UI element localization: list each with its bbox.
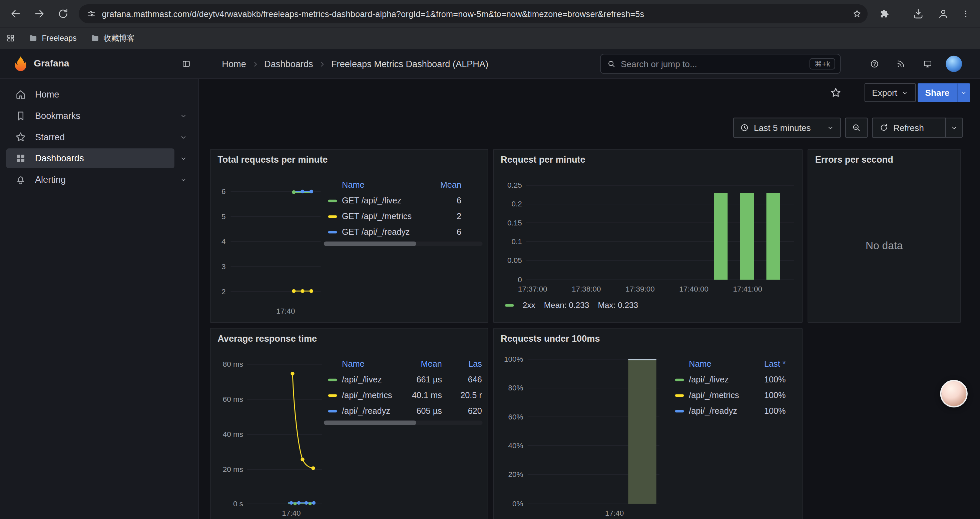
zoom-out-icon [852,123,861,132]
legend-header-row: Name Last * [671,356,798,372]
legend-col-name[interactable]: Name [342,180,364,190]
forward-button[interactable] [29,3,50,24]
chevron-right-icon [252,61,259,67]
legend-row: /api/_/metrics 40.1 ms 20.5 r [324,387,483,403]
browser-menu-button[interactable] [955,3,976,24]
kiosk-mode-button[interactable] [919,55,936,72]
legend-col-last[interactable]: Las [468,359,482,369]
url-text[interactable]: grafana.mathmast.com/d/deytv4rwavabkb/fr… [102,9,853,18]
refresh-interval-caret[interactable] [946,118,963,137]
sidebar-link-starred[interactable]: Starred [6,127,175,147]
series-last: 100% [764,406,786,415]
bookmark-folder[interactable]: 收藏博客 [91,33,135,43]
panel-avg-response-time: Average response time 80 ms 60 ms 40 ms … [210,328,488,519]
panel-request-per-minute: Request per minute 0.25 0.2 0.15 0.1 0.0… [493,149,803,323]
bar-chart[interactable] [527,356,661,508]
sidebar-item-label: Alerting [35,175,66,185]
browser-window: grafana.mathmast.com/d/deytv4rwavabkb/fr… [0,0,980,519]
folder-icon [91,34,99,42]
downloads-button[interactable] [908,3,929,24]
y-tick: 60% [495,412,523,421]
series-name[interactable]: /api/_/readyz [689,406,737,415]
refresh-button[interactable]: Refresh [872,118,946,137]
expand-chevron[interactable] [175,150,192,167]
dock-left-icon [182,59,191,68]
legend-col-mean[interactable]: Mean [440,180,461,190]
bookmark-star-icon[interactable] [853,10,861,18]
panel-title[interactable]: Average response time [218,334,317,344]
share-label: Share [925,88,950,97]
sidebar-item-label: Starred [35,132,65,142]
expand-chevron[interactable] [175,171,192,188]
panel-errors-per-second: Errors per second No data [808,149,961,323]
sidebar-link-dashboards[interactable]: Dashboards [6,148,175,168]
news-button[interactable] [892,55,909,72]
y-tick: 0.2 [495,200,522,208]
legend-table: Name Mean GET /api/_/livez 6 GET /api/_/… [324,177,483,246]
series-name[interactable]: /api/_/livez [689,375,729,385]
favorite-dashboard-button[interactable] [826,83,845,102]
share-menu-caret[interactable] [957,83,970,102]
panel-title[interactable]: Requests under 100ms [501,334,600,344]
dock-menu-toggle[interactable] [177,55,195,72]
legend-col-name[interactable]: Name [689,359,711,369]
url-bar[interactable]: grafana.mathmast.com/d/deytv4rwavabkb/fr… [79,4,868,23]
search-box[interactable]: ⌘+k [600,54,841,74]
legend-col-mean[interactable]: Mean [421,359,442,369]
chevron-down-icon [827,124,834,131]
back-button[interactable] [5,3,26,24]
breadcrumb-dashboards[interactable]: Dashboards [264,59,313,69]
sidebar-item-alerting: Alerting [6,169,192,190]
legend-scrollbar-thumb[interactable] [324,420,416,425]
search-input[interactable] [621,59,805,69]
help-button[interactable] [865,55,883,72]
user-avatar[interactable] [946,56,962,72]
series-name[interactable]: GET /api/_/metrics [342,211,412,221]
line-chart[interactable] [228,184,322,303]
sidebar-link-bookmarks[interactable]: Bookmarks [6,106,175,126]
series-swatch [328,394,337,396]
series-name[interactable]: GET /api/_/readyz [342,227,410,236]
line-chart[interactable] [245,359,323,508]
series-name[interactable]: /api/_/metrics [689,390,739,400]
legend-col-last[interactable]: Last * [764,359,786,369]
series-name[interactable]: /api/_/readyz [342,406,390,415]
site-info-icon[interactable] [87,10,95,18]
x-tick: 17:39:00 [621,285,659,294]
y-tick: 0 [495,276,522,284]
sidebar-link-home[interactable]: Home [6,85,192,105]
profile-button[interactable] [932,3,954,24]
series-name[interactable]: 2xx [523,300,535,310]
share-button[interactable]: Share [918,83,957,102]
bookmark-label: Freeleaps [42,34,77,42]
reload-button[interactable] [52,3,74,24]
sidebar-item-label: Home [35,89,59,99]
sidebar-link-alerting[interactable]: Alerting [6,170,175,190]
zoom-out-button[interactable] [845,118,868,137]
extensions-button[interactable] [874,3,895,24]
bar-chart[interactable] [525,182,795,284]
panel-title[interactable]: Errors per second [815,155,893,164]
series-name[interactable]: /api/_/livez [342,375,382,385]
question-circle-icon [870,59,879,68]
bar-100pct [628,359,656,504]
legend-col-name[interactable]: Name [342,359,364,369]
breadcrumb-home[interactable]: Home [222,59,246,69]
bookmark-folder[interactable]: Freeleaps [29,34,77,42]
series-name[interactable]: /api/_/metrics [342,390,392,400]
time-range-picker[interactable]: Last 5 minutes [733,118,841,137]
y-tick: 0.05 [495,256,522,265]
apps-grid-icon[interactable] [6,34,15,42]
assistant-avatar-overlay[interactable] [940,380,967,407]
export-button[interactable]: Export [865,83,916,102]
panel-title[interactable]: Request per minute [501,155,585,164]
panel-title[interactable]: Total requests per minute [218,155,328,164]
series-name[interactable]: GET /api/_/livez [342,196,401,205]
clock-icon [740,123,749,132]
expand-chevron[interactable] [175,128,192,145]
grafana-logo[interactable] [12,56,29,72]
legend-scrollbar-thumb[interactable] [324,241,416,246]
expand-chevron[interactable] [175,107,192,124]
legend-header-row: Name Mean Las [324,356,483,372]
series-swatch [675,378,684,381]
